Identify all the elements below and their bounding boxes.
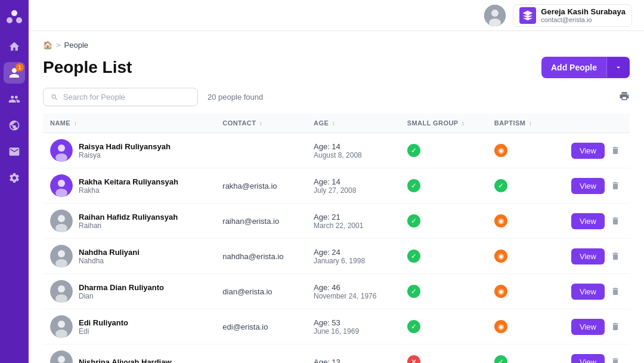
search-box[interactable]	[43, 88, 198, 106]
notification-badge: 1	[16, 63, 24, 72]
col-small-group[interactable]: SMALL GROUP ↕	[400, 113, 487, 133]
col-actions	[550, 113, 630, 133]
baptism-status: ◉	[487, 274, 550, 309]
page-title: People List	[43, 58, 132, 77]
print-icon[interactable]	[619, 91, 630, 104]
page-content: 🏠 > People People List Add People 20 peo…	[29, 31, 644, 363]
baptism-status: ◉	[487, 204, 550, 239]
col-name[interactable]: NAME ↕	[43, 113, 215, 133]
view-button[interactable]: View	[571, 319, 605, 335]
sidebar-item-mail[interactable]	[4, 141, 25, 162]
person-age: Age: 46	[314, 283, 393, 292]
add-people-button-label: Add People	[541, 57, 606, 78]
person-avatar	[50, 139, 73, 162]
svg-point-22	[58, 321, 65, 328]
svg-point-2	[16, 17, 22, 23]
person-age: Age: 24	[314, 248, 393, 257]
col-contact[interactable]: CONTACT ↕	[215, 113, 306, 133]
breadcrumb: 🏠 > People	[43, 41, 630, 50]
view-button[interactable]: View	[571, 354, 605, 364]
person-cell: Nahdha Ruliyani Nahdha	[50, 245, 208, 267]
search-icon	[51, 93, 58, 101]
svg-point-16	[58, 250, 65, 257]
person-avatar	[50, 245, 73, 267]
table-row: Dharma Dian Ruliyanto Dian dian@erista.i…	[43, 274, 630, 309]
person-name: Raisya Hadi Ruliyansyah	[79, 142, 171, 151]
sidebar-item-groups[interactable]	[4, 88, 25, 110]
action-cell: View	[558, 248, 623, 264]
table-row: Raisya Hadi Ruliyansyah Raisya Age: 14 A…	[43, 133, 630, 168]
col-baptism[interactable]: BAPTISM ↕	[487, 113, 550, 133]
delete-button[interactable]	[608, 143, 623, 158]
person-avatar	[50, 210, 73, 232]
view-button[interactable]: View	[571, 143, 605, 159]
svg-point-19	[58, 285, 65, 293]
svg-point-7	[58, 144, 65, 152]
search-input[interactable]	[63, 93, 190, 101]
person-dob: June 16, 1969	[314, 327, 393, 336]
small-group-status: ✓	[400, 239, 487, 274]
topbar: Gereja Kasih Surabaya contact@erista.io	[29, 0, 644, 31]
table-header: NAME ↕ CONTACT ↕ AGE ↕ SMALL GROUP ↕ BAP…	[43, 113, 630, 133]
person-avatar	[50, 174, 73, 197]
user-avatar[interactable]	[484, 5, 506, 26]
svg-point-14	[55, 224, 67, 232]
delete-button[interactable]	[608, 284, 623, 299]
table-row: Edi Ruliyanto Edi edi@erista.io Age: 53 …	[43, 309, 630, 344]
delete-button[interactable]	[608, 179, 623, 193]
person-nickname: Raihan	[79, 222, 178, 230]
sidebar-item-home[interactable]	[4, 36, 25, 57]
svg-point-13	[58, 215, 65, 222]
person-dob: November 24, 1976	[314, 292, 393, 300]
person-cell: Rakha Keitara Ruliyansyah Rakha	[50, 174, 208, 197]
person-nickname: Dian	[79, 292, 164, 300]
person-avatar	[50, 280, 73, 303]
col-age[interactable]: AGE ↕	[306, 113, 400, 133]
delete-button[interactable]	[608, 319, 623, 334]
person-nickname: Rakha	[79, 186, 178, 195]
svg-point-10	[58, 180, 65, 187]
view-button[interactable]: View	[571, 284, 605, 300]
sidebar-item-community[interactable]	[4, 115, 25, 136]
breadcrumb-separator: >	[56, 41, 61, 50]
main-content: Gereja Kasih Surabaya contact@erista.io …	[29, 0, 644, 363]
person-dob: January 6, 1998	[314, 257, 393, 265]
baptism-status: ◉	[487, 239, 550, 274]
person-contact: raihan@erista.io	[222, 217, 279, 226]
org-selector[interactable]: Gereja Kasih Surabaya contact@erista.io	[513, 4, 632, 27]
person-contact: edi@erista.io	[222, 322, 268, 331]
svg-point-1	[7, 17, 13, 23]
add-people-dropdown-arrow[interactable]	[606, 57, 630, 78]
person-age: Age: 53	[314, 318, 393, 327]
add-people-button[interactable]: Add People	[541, 57, 630, 78]
svg-point-25	[58, 356, 65, 363]
person-age: Age: 21	[314, 213, 393, 222]
baptism-status: ✓	[487, 344, 550, 364]
person-nickname: Edi	[79, 327, 128, 336]
view-button[interactable]: View	[571, 213, 605, 229]
breadcrumb-home-icon[interactable]: 🏠	[43, 41, 52, 50]
view-button[interactable]: View	[571, 248, 605, 264]
delete-button[interactable]	[608, 249, 623, 263]
person-dob: July 27, 2008	[314, 186, 393, 195]
sidebar-item-people[interactable]: 1	[4, 62, 25, 84]
delete-button[interactable]	[608, 214, 623, 228]
action-cell: View	[558, 213, 623, 229]
action-cell: View	[558, 143, 623, 159]
person-age: Age: 14	[314, 142, 393, 151]
sidebar-item-settings[interactable]	[4, 167, 25, 189]
person-contact: rakha@erista.io	[222, 182, 277, 190]
svg-point-11	[55, 189, 67, 197]
small-group-status: ✓	[400, 274, 487, 309]
sidebar: 1	[0, 0, 29, 363]
app-logo[interactable]	[5, 7, 24, 26]
person-contact: nahdha@erista.io	[222, 252, 283, 261]
view-button[interactable]: View	[571, 178, 605, 194]
person-name: Raihan Hafidz Ruliyansyah	[79, 213, 178, 222]
person-age: Age: 13	[314, 358, 393, 364]
people-table: NAME ↕ CONTACT ↕ AGE ↕ SMALL GROUP ↕ BAP…	[43, 113, 630, 363]
baptism-status: ◉	[487, 309, 550, 344]
small-group-status: ✕	[400, 344, 487, 364]
delete-button[interactable]	[608, 355, 623, 363]
search-row: 20 people found	[43, 88, 630, 106]
